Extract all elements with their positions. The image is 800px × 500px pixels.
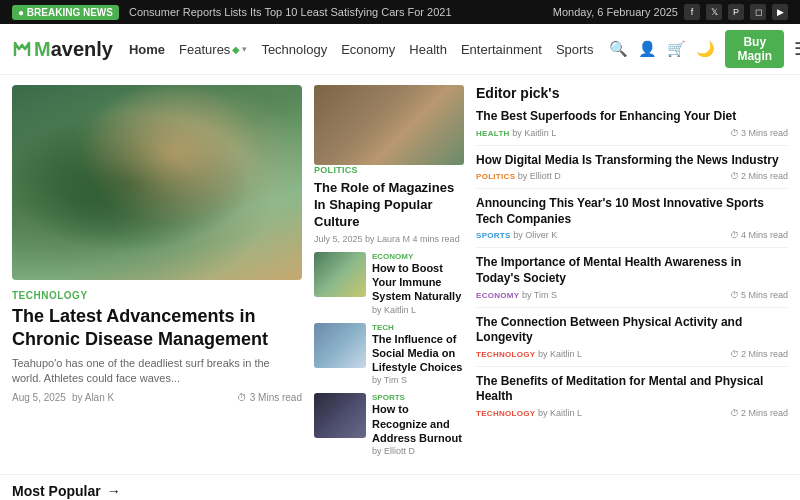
small-article-1-title[interactable]: How to Boost Your Immune System Naturall… [372, 261, 464, 304]
editor-item-3-title[interactable]: The Importance of Mental Health Awarenes… [476, 255, 788, 286]
user-icon[interactable]: 👤 [638, 40, 657, 58]
featured-date: July 5, 2025 [314, 234, 363, 244]
editor-item-4-title[interactable]: The Connection Between Physical Activity… [476, 315, 788, 346]
twitter-icon[interactable]: 𝕏 [706, 4, 722, 20]
editor-item-1-title[interactable]: How Digital Media Is Transforming the Ne… [476, 153, 788, 169]
cart-icon[interactable]: 🛒 [667, 40, 686, 58]
hero-image[interactable] [12, 85, 302, 280]
editor-item-4: The Connection Between Physical Activity… [476, 315, 788, 367]
nav-health[interactable]: Health [409, 42, 447, 57]
small-article-2-tag: TECH [372, 323, 464, 332]
editor-item-0-title[interactable]: The Best Superfoods for Enhancing Your D… [476, 109, 788, 125]
small-article-1: ECONOMY How to Boost Your Immune System … [314, 252, 464, 315]
logo[interactable]: Mavenly [12, 38, 113, 61]
nav-links: Home Features ◆ ▾ Technology Economy Hea… [129, 42, 594, 57]
editor-item-2-tag: SPORTS [476, 231, 511, 240]
nav-home[interactable]: Home [129, 42, 165, 57]
hero-read-time: ⏱ 3 Mins read [237, 392, 302, 403]
hero-section: TECHNOLOGY The Latest Advancements in Ch… [12, 85, 302, 464]
flower-overlay [12, 85, 302, 280]
editor-item-5-author: by Kaitlin L [538, 408, 582, 418]
small-article-3-meta: by Elliott D [372, 446, 464, 456]
small-article-3-tag: SPORTS [372, 393, 464, 402]
small-article-2-title[interactable]: The Influence of Social Media on Lifesty… [372, 332, 464, 375]
social-icons: f 𝕏 P ◻ ▶ [684, 4, 788, 20]
nav-features[interactable]: Features ◆ ▾ [179, 42, 247, 57]
small-article-1-image[interactable] [314, 252, 366, 297]
most-popular-section: Most Popular → [0, 474, 800, 500]
most-popular-header: Most Popular → [12, 483, 788, 499]
hero-meta: Aug 5, 2025 by Alan K ⏱ 3 Mins read [12, 392, 302, 403]
breaking-text: Consumer Reports Lists Its Top 10 Least … [129, 6, 543, 18]
small-article-3-title[interactable]: How to Recognize and Address Burnout [372, 402, 464, 445]
editor-item-4-tag: TECHNOLOGY [476, 350, 535, 359]
hero-desc: Teahupo'o has one of the deadliest surf … [12, 356, 302, 387]
features-label: Features [179, 42, 230, 57]
small-article-3: SPORTS How to Recognize and Address Burn… [314, 393, 464, 456]
youtube-icon[interactable]: ▶ [772, 4, 788, 20]
nav-technology[interactable]: Technology [261, 42, 327, 57]
editor-item-5: The Benefits of Meditation for Mental an… [476, 374, 788, 425]
hero-text-area: TECHNOLOGY The Latest Advancements in Ch… [12, 280, 302, 409]
editor-item-5-tag: TECHNOLOGY [476, 409, 535, 418]
small-article-3-text: SPORTS How to Recognize and Address Burn… [372, 393, 464, 456]
nav-sports[interactable]: Sports [556, 42, 594, 57]
search-icon[interactable]: 🔍 [609, 40, 628, 58]
editor-item-2-meta: SPORTS by Oliver K ⏱ 4 Mins read [476, 230, 788, 240]
navbar: Mavenly Home Features ◆ ▾ Technology Eco… [0, 24, 800, 75]
featured-large-image[interactable] [314, 85, 464, 165]
editor-item-3-read-time: ⏱ 5 Mins read [730, 290, 788, 300]
hero-tag: TECHNOLOGY [12, 290, 302, 301]
hamburger-icon[interactable]: ☰ [794, 38, 800, 60]
logo-m: M [34, 38, 51, 60]
nav-entertainment[interactable]: Entertainment [461, 42, 542, 57]
editor-section: Editor pick's The Best Superfoods for En… [476, 85, 788, 464]
features-diamond-icon: ◆ [232, 44, 240, 55]
breaking-label: ● BREAKING NEWS [12, 5, 119, 20]
featured-large: POLITICS The Role of Magazines In Shapin… [314, 85, 464, 244]
most-popular-title: Most Popular [12, 483, 101, 499]
editor-item-0-meta: HEALTH by Kaitlin L ⏱ 3 Mins read [476, 128, 788, 138]
middle-section: POLITICS The Role of Magazines In Shapin… [314, 85, 464, 464]
logo-text: Mavenly [34, 38, 113, 61]
editor-item-2-title[interactable]: Announcing This Year's 10 Most Innovativ… [476, 196, 788, 227]
editor-item-0-read-time: ⏱ 3 Mins read [730, 128, 788, 138]
editor-item-5-title[interactable]: The Benefits of Meditation for Mental an… [476, 374, 788, 405]
features-chevron-icon: ▾ [242, 44, 247, 54]
featured-author: by Laura M [365, 234, 410, 244]
editor-item-1-tag: POLITICS [476, 172, 515, 181]
editor-item-3-meta: ECONOMY by Tim S ⏱ 5 Mins read [476, 290, 788, 300]
clock-icon: ⏱ [237, 392, 247, 403]
small-article-1-text: ECONOMY How to Boost Your Immune System … [372, 252, 464, 315]
facebook-icon[interactable]: f [684, 4, 700, 20]
buy-button[interactable]: Buy Magin [725, 30, 784, 68]
pinterest-icon[interactable]: P [728, 4, 744, 20]
instagram-icon[interactable]: ◻ [750, 4, 766, 20]
editor-item-0: The Best Superfoods for Enhancing Your D… [476, 109, 788, 146]
theme-icon[interactable]: 🌙 [696, 40, 715, 58]
editor-item-4-author: by Kaitlin L [538, 349, 582, 359]
featured-meta: July 5, 2025 by Laura M 4 mins read [314, 234, 464, 244]
featured-title[interactable]: The Role of Magazines In Shaping Popular… [314, 180, 464, 231]
editor-item-3: The Importance of Mental Health Awarenes… [476, 255, 788, 307]
editor-item-0-author: by Kaitlin L [512, 128, 556, 138]
small-article-1-tag: ECONOMY [372, 252, 464, 261]
editor-item-4-meta: TECHNOLOGY by Kaitlin L ⏱ 2 Mins read [476, 349, 788, 359]
most-popular-arrow[interactable]: → [107, 483, 121, 499]
editor-item-1-author: by Elliott D [518, 171, 561, 181]
small-article-2-meta: by Tim S [372, 375, 464, 385]
logo-icon [12, 39, 32, 59]
editor-item-1-meta: POLITICS by Elliott D ⏱ 2 Mins read [476, 171, 788, 181]
nav-economy[interactable]: Economy [341, 42, 395, 57]
small-article-2-image[interactable] [314, 323, 366, 368]
hero-title[interactable]: The Latest Advancements in Chronic Disea… [12, 305, 302, 352]
editor-item-3-tag: ECONOMY [476, 291, 519, 300]
hero-meta-left: Aug 5, 2025 by Alan K [12, 392, 114, 403]
featured-tag: POLITICS [314, 165, 464, 175]
small-article-3-image[interactable] [314, 393, 366, 438]
hero-read-time-text: 3 Mins read [250, 392, 302, 403]
editor-item-2: Announcing This Year's 10 Most Innovativ… [476, 196, 788, 248]
editor-item-2-read-time: ⏱ 4 Mins read [730, 230, 788, 240]
editor-item-0-tag: HEALTH [476, 129, 510, 138]
main-content: TECHNOLOGY The Latest Advancements in Ch… [0, 75, 800, 474]
